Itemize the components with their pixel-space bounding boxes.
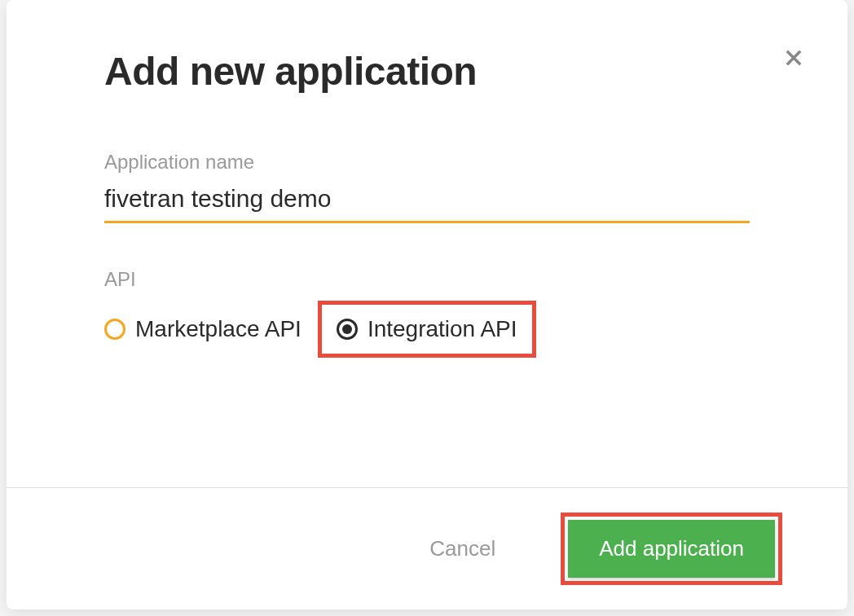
add-application-modal: Add new application Application name API… [7,0,847,609]
api-label: API [104,268,750,291]
modal-footer: Cancel Add application [7,487,847,609]
add-application-button[interactable]: Add application [568,520,775,578]
application-name-input[interactable] [104,180,750,223]
highlight-integration-api: Integration API [318,301,536,358]
radio-icon-selected [337,319,358,340]
modal-body: Add new application Application name API… [7,0,847,487]
highlight-add-button: Add application [561,513,782,585]
close-button[interactable] [781,45,807,71]
radio-marketplace-api[interactable]: Marketplace API [104,316,302,342]
radio-dot-icon [342,324,352,334]
cancel-button[interactable]: Cancel [413,528,512,570]
radio-icon [104,319,125,340]
radio-label-integration: Integration API [368,316,517,342]
api-radio-group: Marketplace API Integration API [104,301,750,358]
close-icon [782,46,805,69]
radio-integration-api[interactable]: Integration API [337,316,517,342]
modal-title: Add new application [104,49,750,94]
radio-label-marketplace: Marketplace API [135,316,302,342]
application-name-label: Application name [104,151,750,174]
application-name-field: Application name [104,151,750,223]
api-field: API Marketplace API Integration API [104,268,750,358]
